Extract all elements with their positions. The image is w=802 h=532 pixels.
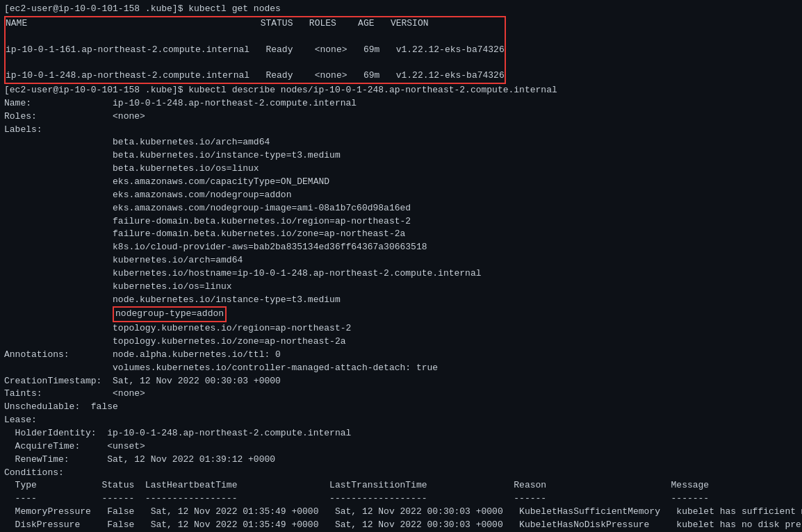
conditions-divider: ---- ------ ----------------- ----------… bbox=[4, 492, 798, 506]
label-8: failure-domain.beta.kubernetes.io/zone=a… bbox=[4, 228, 798, 241]
label-12: kubernetes.io/os=linux bbox=[4, 281, 798, 294]
label-13: node.kubernetes.io/instance-type=t3.medi… bbox=[4, 294, 798, 307]
holder-line: HolderIdentity: ip-10-0-1-248.ap-northea… bbox=[4, 427, 798, 440]
node1-line: ip-10-0-1-161.ap-northeast-2.compute.int… bbox=[6, 44, 505, 57]
lease-line: Lease: bbox=[4, 414, 798, 427]
prompt-2: [ec2-user@ip-10-0-101-158 .kube]$ kubect… bbox=[4, 85, 557, 95]
label-9: k8s.io/cloud-provider-aws=bab2ba835134ed… bbox=[4, 241, 798, 254]
cond-disk: DiskPressure False Sat, 12 Nov 2022 01:3… bbox=[4, 519, 798, 532]
creation-line: CreationTimestamp: Sat, 12 Nov 2022 00:3… bbox=[4, 375, 798, 388]
label-15: topology.kubernetes.io/region=ap-northea… bbox=[4, 322, 798, 335]
nodegroup-highlight: nodegroup-type=addon bbox=[113, 306, 227, 322]
conditions-header: Type Status LastHeartbeatTime LastTransi… bbox=[4, 479, 798, 492]
cmd1-line: [ec2-user@ip-10-0-101-158 .kube]$ kubect… bbox=[4, 3, 798, 16]
cond-memory: MemoryPressure False Sat, 12 Nov 2022 01… bbox=[4, 506, 798, 519]
unschedulable-line: Unschedulable: false bbox=[4, 401, 798, 414]
taints-line: Taints: <none> bbox=[4, 388, 798, 401]
nodes-table-highlight: NAME STATUS ROLES AGE VERSION ip-10-0-1-… bbox=[4, 16, 506, 84]
labels-line: Labels: bbox=[4, 124, 798, 137]
label-16: topology.kubernetes.io/zone=ap-northeast… bbox=[4, 335, 798, 349]
label-11: kubernetes.io/hostname=ip-10-0-1-248.ap-… bbox=[4, 267, 798, 281]
prompt-1: [ec2-user@ip-10-0-101-158 .kube]$ kubect… bbox=[4, 3, 281, 14]
nodes-header-line: NAME STATUS ROLES AGE VERSION bbox=[6, 17, 505, 31]
label-14-container: nodegroup-type=addon bbox=[4, 306, 798, 322]
label-5: eks.amazonaws.com/nodegroup=addon bbox=[4, 189, 798, 202]
label-7: failure-domain.beta.kubernetes.io/region… bbox=[4, 215, 798, 228]
node2-line: ip-10-0-1-248.ap-northeast-2.compute.int… bbox=[6, 69, 505, 83]
label-4: eks.amazonaws.com/capacityType=ON_DEMAND bbox=[4, 176, 798, 189]
label-6: eks.amazonaws.com/nodegroup-image=ami-08… bbox=[4, 202, 798, 215]
label-3: beta.kubernetes.io/os=linux bbox=[4, 163, 798, 176]
acquire-line: AcquireTime: <unset> bbox=[4, 440, 798, 454]
annotations-2: volumes.kubernetes.io/controller-managed… bbox=[4, 362, 798, 375]
label-10: kubernetes.io/arch=amd64 bbox=[4, 254, 798, 267]
label-1: beta.kubernetes.io/arch=amd64 bbox=[4, 136, 798, 149]
renew-line: RenewTime: Sat, 12 Nov 2022 01:39:12 +00… bbox=[4, 454, 798, 467]
name-line: Name: ip-10-0-1-248.ap-northeast-2.compu… bbox=[4, 97, 798, 110]
annotations-line: Annotations: node.alpha.kubernetes.io/tt… bbox=[4, 349, 798, 362]
roles-line: Roles: <none> bbox=[4, 110, 798, 124]
conditions-label: Conditions: bbox=[4, 467, 798, 480]
terminal: [ec2-user@ip-10-0-101-158 .kube]$ kubect… bbox=[0, 0, 802, 532]
cmd2-line: [ec2-user@ip-10-0-101-158 .kube]$ kubect… bbox=[4, 84, 798, 97]
label-2: beta.kubernetes.io/instance-type=t3.medi… bbox=[4, 149, 798, 163]
